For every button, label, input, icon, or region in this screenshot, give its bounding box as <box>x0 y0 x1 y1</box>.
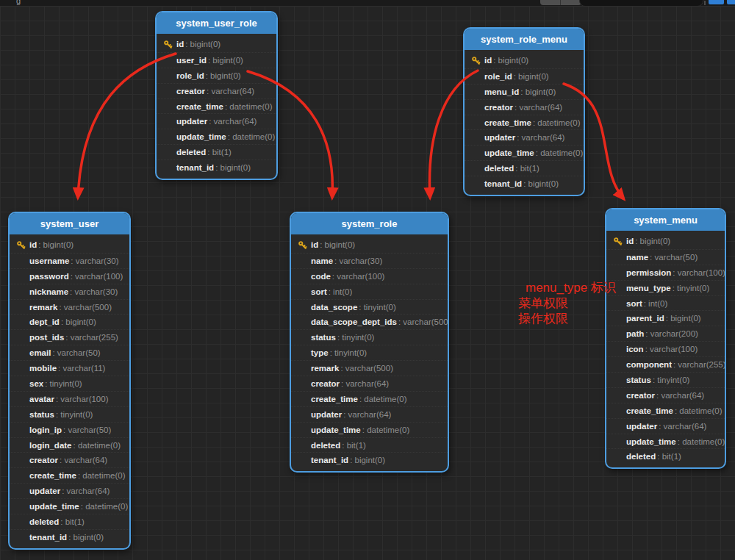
field-icon-spacer <box>613 329 626 339</box>
field-name: update_time <box>484 148 534 157</box>
field-name: username <box>29 256 69 265</box>
field-name: remark <box>29 303 57 312</box>
field-icon-spacer <box>613 390 626 400</box>
field-row-updater: updater: varchar(64) <box>157 113 276 129</box>
field-type: : tinyint(0) <box>359 303 396 312</box>
field-name: updater <box>176 117 207 126</box>
field-icon-spacer <box>16 517 29 526</box>
field-type: : tinyint(0) <box>45 379 82 388</box>
field-type: : varchar(64) <box>60 456 107 464</box>
field-name: avatar <box>29 395 54 403</box>
field-icon-spacer <box>613 452 626 462</box>
field-type: : tinyint(0) <box>330 348 368 357</box>
field-type: : bigint(0) <box>185 40 220 49</box>
field-row-code: code: varchar(100) <box>291 268 448 284</box>
entity-title[interactable]: system_menu <box>606 209 725 231</box>
field-name: creator <box>176 87 205 96</box>
field-type: : datetime(0) <box>536 148 584 157</box>
segmented-control[interactable] <box>540 0 581 5</box>
field-name: deleted <box>484 164 514 173</box>
field-icon-spacer <box>16 502 29 511</box>
field-icon-spacer <box>298 271 311 281</box>
entity-title[interactable]: system_role_menu <box>465 29 584 50</box>
field-name: sort <box>626 299 642 308</box>
field-name: id <box>484 56 492 65</box>
toolbar-search-input[interactable] <box>579 0 703 6</box>
field-row-post_ids: post_ids: varchar(255) <box>10 329 129 345</box>
field-name: create_time <box>176 102 223 111</box>
field-name: email <box>29 348 51 357</box>
field-icon-spacer <box>613 406 626 415</box>
entity-title[interactable]: system_role <box>291 213 448 234</box>
diagram-canvas[interactable]: system_user_roleid: bigint(0)user_id: bi… <box>0 6 735 560</box>
field-type: : varchar(64) <box>209 117 257 126</box>
field-icon-spacer <box>163 148 176 157</box>
toolbar-primary-button[interactable] <box>709 0 724 4</box>
field-row-menu_type: menu_type: tinyint(0) <box>606 280 725 295</box>
field-name: create_time <box>626 406 673 415</box>
field-row-type: type: tinyint(0) <box>291 345 448 360</box>
field-row-tenant_id: tenant_id: bigint(0) <box>10 529 129 545</box>
entity-system_user[interactable]: system_userid: bigint(0)username: varcha… <box>8 212 131 550</box>
field-name: menu_type <box>626 284 671 292</box>
field-type: : varchar(64) <box>62 487 110 495</box>
field-row-status: status: tinyint(0) <box>606 372 725 387</box>
field-name: deleted <box>29 517 59 526</box>
field-type: : int(0) <box>329 287 353 296</box>
entity-title[interactable]: system_user <box>10 213 129 234</box>
field-icon-spacer <box>163 86 176 96</box>
field-row-sort: sort: int(0) <box>291 284 448 299</box>
field-icon-spacer <box>163 71 176 80</box>
field-icon-spacer <box>16 302 29 312</box>
field-row-id: id: bigint(0) <box>465 53 584 68</box>
field-icon-spacer <box>471 118 484 127</box>
entity-system_role[interactable]: system_roleid: bigint(0)name: varchar(30… <box>290 212 449 473</box>
field-row-sort: sort: int(0) <box>606 295 725 311</box>
field-icon-spacer <box>16 317 29 327</box>
field-name: creator <box>626 391 655 400</box>
field-name: mobile <box>29 364 57 373</box>
field-icon-spacer <box>16 378 29 388</box>
field-icon-spacer <box>471 164 484 173</box>
field-name: create_time <box>484 118 531 127</box>
field-row-menu_id: menu_id: bigint(0) <box>465 84 584 99</box>
field-name: login_date <box>29 441 72 450</box>
field-icon-spacer <box>298 364 311 373</box>
entity-system_user_role[interactable]: system_user_roleid: bigint(0)user_id: bi… <box>155 11 278 180</box>
field-icon-spacer <box>16 271 29 281</box>
field-type: : varchar(64) <box>517 133 564 142</box>
entity-system_menu[interactable]: system_menuid: bigint(0)name: varchar(50… <box>605 208 726 469</box>
entity-system_role_menu[interactable]: system_role_menuid: bigint(0)role_id: bi… <box>463 27 585 196</box>
field-type: : bigint(0) <box>61 317 96 326</box>
field-type: : bigint(0) <box>320 240 355 249</box>
field-name: deleted <box>176 148 206 157</box>
field-row-creator: creator: varchar(64) <box>157 83 276 98</box>
field-icon-spacer <box>298 287 311 296</box>
field-name: tenant_id <box>176 163 214 172</box>
field-name: password <box>29 272 69 281</box>
field-row-update_time: update_time: datetime(0) <box>10 498 129 514</box>
field-name: update_time <box>29 502 79 511</box>
field-type: : datetime(0) <box>74 441 121 450</box>
field-name: sex <box>29 379 43 388</box>
entity-fields: id: bigint(0)name: varchar(50)permission… <box>606 231 725 467</box>
field-icon-spacer <box>471 148 484 158</box>
field-type: : bit(1) <box>207 148 232 157</box>
field-type: : int(0) <box>644 299 668 308</box>
field-row-permission: permission: varchar(100) <box>606 265 725 280</box>
field-type: : bigint(0) <box>215 163 251 172</box>
annotation-line: menu_type 标识 <box>518 280 616 295</box>
field-icon-spacer <box>16 456 29 465</box>
field-icon-spacer <box>298 440 311 450</box>
entity-title[interactable]: system_user_role <box>157 12 276 34</box>
annotation-note[interactable]: menu_type 标识 菜单权限 操作权限 <box>518 280 616 326</box>
field-icon-spacer <box>16 409 29 419</box>
field-name: creator <box>311 379 340 388</box>
field-icon-spacer <box>471 179 484 189</box>
toolbar-secondary-button[interactable] <box>727 0 735 4</box>
field-type: : tinyint(0) <box>673 284 710 292</box>
field-row-creator: creator: varchar(64) <box>291 376 448 391</box>
field-icon-spacer <box>613 421 626 431</box>
toolbar: g <box>0 0 735 6</box>
field-name: create_time <box>29 471 76 480</box>
